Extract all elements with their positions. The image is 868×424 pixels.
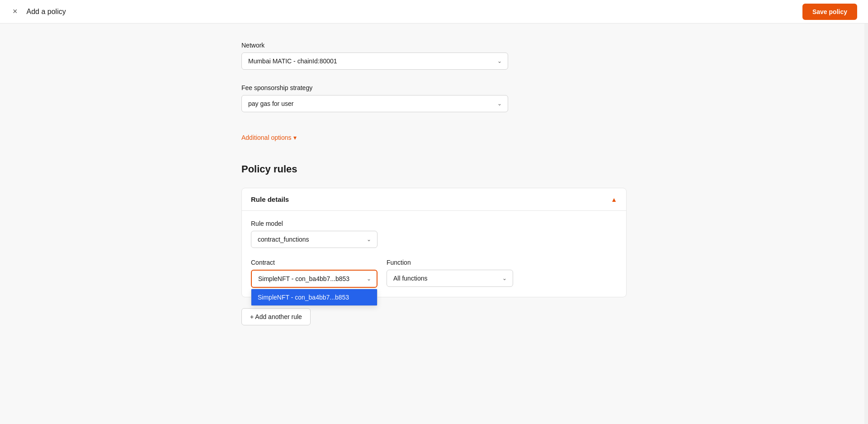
network-label: Network (241, 42, 627, 49)
fee-select-wrapper: pay gas for user ⌄ (241, 95, 508, 112)
contract-dropdown-list: SimpleNFT - con_ba4bb7...b853 (251, 289, 377, 306)
add-rule-button[interactable]: + Add another rule (241, 308, 311, 325)
rule-details-header[interactable]: Rule details ▲ (242, 188, 626, 211)
rule-details-title: Rule details (251, 195, 289, 203)
page-title: Add a policy (27, 8, 66, 16)
network-section: Network Mumbai MATIC - chainId:80001 ⌄ (241, 42, 627, 70)
top-bar-left: × Add a policy (11, 5, 66, 18)
top-bar: × Add a policy Save policy (0, 0, 868, 24)
main-content: Network Mumbai MATIC - chainId:80001 ⌄ F… (231, 24, 637, 362)
scrollbar[interactable] (864, 0, 868, 424)
policy-rules-section: Policy rules Rule details ▲ Rule model c… (241, 163, 627, 325)
function-col: Function All functions ⌄ (387, 259, 513, 287)
rule-model-select[interactable]: contract_functions (251, 231, 377, 248)
contract-select-wrapper: SimpleNFT - con_ba4bb7...b853 ⌄ (251, 270, 377, 288)
contract-dropdown-item[interactable]: SimpleNFT - con_ba4bb7...b853 (251, 289, 377, 305)
rule-details-chevron-up-icon: ▲ (611, 196, 617, 203)
rule-details-body: Rule model contract_functions ⌄ Contract (242, 211, 626, 297)
save-policy-button[interactable]: Save policy (802, 4, 857, 20)
contract-select[interactable]: SimpleNFT - con_ba4bb7...b853 (251, 270, 377, 288)
network-select[interactable]: Mumbai MATIC - chainId:80001 (241, 52, 508, 70)
contract-label: Contract (251, 259, 377, 266)
rule-model-label: Rule model (251, 220, 617, 227)
contract-function-row: Contract SimpleNFT - con_ba4bb7...b853 ⌄… (251, 259, 617, 288)
additional-options-label: Additional options (241, 134, 292, 141)
rule-details-card: Rule details ▲ Rule model contract_funct… (241, 188, 627, 297)
close-icon: × (13, 7, 18, 16)
function-select-wrapper: All functions ⌄ (387, 270, 513, 287)
function-label: Function (387, 259, 513, 266)
policy-rules-title: Policy rules (241, 163, 627, 175)
fee-select[interactable]: pay gas for user (241, 95, 508, 112)
additional-options-chevron-icon: ▾ (293, 134, 297, 141)
network-select-wrapper: Mumbai MATIC - chainId:80001 ⌄ (241, 52, 508, 70)
rule-model-select-wrapper: contract_functions ⌄ (251, 231, 377, 248)
additional-options-button[interactable]: Additional options ▾ (241, 134, 297, 141)
contract-col: Contract SimpleNFT - con_ba4bb7...b853 ⌄… (251, 259, 377, 288)
function-select[interactable]: All functions (387, 270, 513, 287)
close-button[interactable]: × (11, 5, 19, 18)
fee-section: Fee sponsorship strategy pay gas for use… (241, 84, 627, 112)
fee-label: Fee sponsorship strategy (241, 84, 627, 91)
